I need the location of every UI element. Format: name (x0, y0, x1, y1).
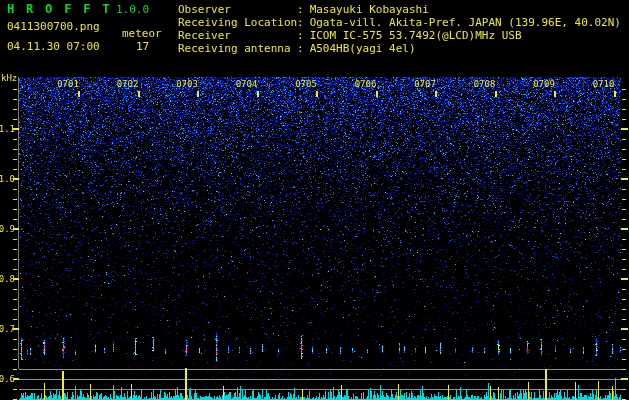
info-value: Masayuki Kobayashi (310, 3, 429, 16)
info-separator: : (297, 3, 304, 16)
time-label-0707: 0707 (412, 79, 438, 89)
time-label-0701: 0701 (55, 79, 81, 89)
time-label-0708: 0708 (472, 79, 498, 89)
freq-label-0.8: 0.8 (0, 274, 15, 284)
mode-label: meteor (122, 27, 162, 40)
info-value: ICOM IC-575 53.7492(@LCD)MHz USB (310, 29, 522, 42)
output-filename: 0411300700.png (7, 20, 100, 33)
time-label-0702: 0702 (115, 79, 141, 89)
info-label: Receiving Location (178, 16, 297, 29)
freq-label-1.1: 1.1 (0, 124, 15, 134)
station-info-row-observer: Observer:Masayuki Kobayashi (178, 3, 621, 16)
time-label-0710: 0710 (591, 79, 617, 89)
info-label: Observer (178, 3, 297, 16)
time-label-0703: 0703 (174, 79, 200, 89)
hrofft-output-image: H R O F F T 1.0.0 0411300700.png meteor … (0, 0, 629, 400)
station-info-block: Observer:Masayuki Kobayashi Receiving Lo… (178, 3, 621, 55)
freq-label-1.0: 1.0 (0, 174, 15, 184)
freq-label-0.6: 0.6 (0, 374, 15, 384)
time-label-0709: 0709 (531, 79, 557, 89)
info-label: Receiving antenna (178, 42, 297, 55)
info-separator: : (297, 16, 304, 29)
time-label-0704: 0704 (234, 79, 260, 89)
app-title: H R O F F T (7, 2, 112, 16)
echo-count: 17 (136, 40, 149, 53)
app-version: 1.0.0 (116, 3, 149, 16)
info-separator: : (297, 29, 304, 42)
observation-datetime: 04.11.30 07:00 (7, 40, 100, 53)
time-label-0705: 0705 (293, 79, 319, 89)
info-value: Ogata-vill. Akita-Pref. JAPAN (139.96E, … (310, 16, 621, 29)
freq-label-0.7: 0.7 (0, 324, 15, 334)
freq-label-0.9: 0.9 (0, 224, 15, 234)
spectrogram-canvas (0, 0, 629, 400)
info-separator: : (297, 42, 304, 55)
freq-axis-unit: kHz (1, 73, 17, 83)
info-value: A504HB(yagi 4el) (310, 42, 416, 55)
time-label-0706: 0706 (353, 79, 379, 89)
station-info-row-location: Receiving Location:Ogata-vill. Akita-Pre… (178, 16, 621, 29)
info-label: Receiver (178, 29, 297, 42)
station-info-row-antenna: Receiving antenna:A504HB(yagi 4el) (178, 42, 621, 55)
station-info-row-receiver: Receiver:ICOM IC-575 53.7492(@LCD)MHz US… (178, 29, 621, 42)
